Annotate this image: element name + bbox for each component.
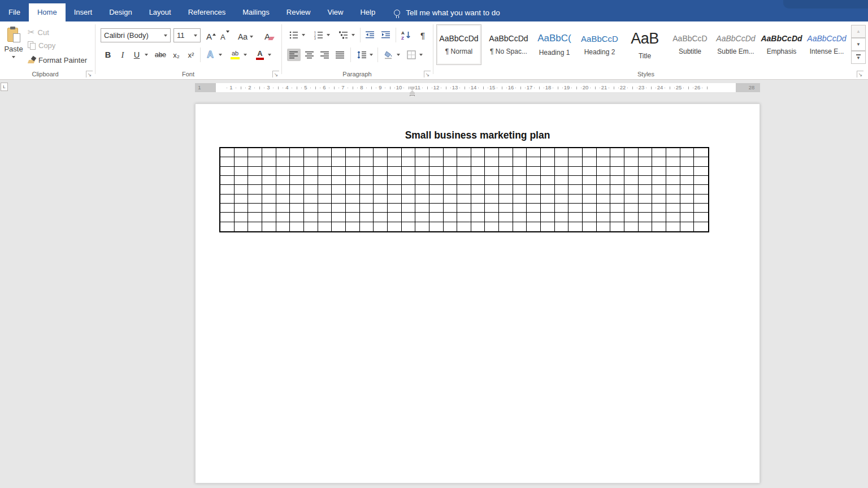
table-cell[interactable] [415, 185, 429, 194]
cut-button[interactable]: ✂ Cut [26, 26, 51, 38]
font-color-button[interactable]: A [253, 49, 267, 61]
table-cell[interactable] [666, 167, 680, 176]
decrease-indent-button[interactable] [363, 29, 377, 41]
table-cell[interactable] [471, 176, 485, 185]
table-cell[interactable] [568, 148, 583, 157]
table-cell[interactable] [429, 167, 444, 176]
table-cell[interactable] [555, 176, 569, 185]
tab-design[interactable]: Design [101, 3, 140, 21]
table-cell[interactable] [527, 157, 541, 166]
shading-dropdown[interactable] [396, 49, 401, 61]
table-cell[interactable] [415, 176, 429, 185]
format-painter-button[interactable]: Format Painter [26, 55, 89, 66]
table-cell[interactable] [318, 176, 332, 185]
table-cell[interactable] [597, 204, 611, 213]
table-cell[interactable] [262, 185, 276, 194]
table-cell[interactable] [220, 213, 235, 222]
text-highlight-button[interactable]: ab [228, 49, 242, 61]
tab-mailings[interactable]: Mailings [234, 3, 278, 21]
table-cell[interactable] [374, 222, 388, 231]
font-name-combobox[interactable]: Calibri (Body) [101, 28, 171, 42]
table-cell[interactable] [402, 167, 416, 176]
font-color-dropdown[interactable] [267, 49, 272, 61]
table-cell[interactable] [374, 204, 388, 213]
table-cell[interactable] [235, 176, 249, 185]
table-cell[interactable] [610, 167, 624, 176]
table-cell[interactable] [652, 204, 666, 213]
table-cell[interactable] [360, 167, 374, 176]
table-cell[interactable] [457, 176, 471, 185]
table-cell[interactable] [388, 185, 402, 194]
table-cell[interactable] [499, 185, 513, 194]
table-cell[interactable] [346, 148, 360, 157]
table-cell[interactable] [360, 157, 374, 166]
table-cell[interactable] [485, 213, 499, 222]
table-cell[interactable] [248, 213, 262, 222]
table-cell[interactable] [304, 185, 318, 194]
table-cell[interactable] [304, 157, 318, 166]
table-cell[interactable] [597, 167, 611, 176]
table-cell[interactable] [429, 185, 444, 194]
table-cell[interactable] [415, 222, 429, 231]
table-cell[interactable] [457, 195, 471, 204]
tab-view[interactable]: View [319, 3, 351, 21]
table-cell[interactable] [652, 157, 666, 166]
table-cell[interactable] [666, 222, 680, 231]
table-cell[interactable] [610, 195, 624, 204]
table-cell[interactable] [262, 204, 276, 213]
table-cell[interactable] [527, 176, 541, 185]
table-cell[interactable] [499, 204, 513, 213]
table-cell[interactable] [541, 213, 555, 222]
table-cell[interactable] [346, 213, 360, 222]
table-cell[interactable] [318, 148, 332, 157]
table-cell[interactable] [360, 148, 374, 157]
table-cell[interactable] [694, 167, 708, 176]
style-no-spacing[interactable]: AaBbCcDd ¶ No Spac... [486, 24, 531, 65]
table-cell[interactable] [680, 157, 695, 166]
tab-home[interactable]: Home [29, 3, 66, 21]
table-cell[interactable] [360, 176, 374, 185]
paragraph-dialog-launcher-icon[interactable]: ↘ [424, 71, 431, 77]
table-cell[interactable] [444, 213, 458, 222]
table-cell[interactable] [527, 148, 541, 157]
table-cell[interactable] [527, 213, 541, 222]
table-cell[interactable] [360, 185, 374, 194]
table-cell[interactable] [235, 157, 249, 166]
numbering-dropdown[interactable] [326, 29, 331, 41]
table-cell[interactable] [624, 222, 639, 231]
table-cell[interactable] [276, 195, 290, 204]
table-cell[interactable] [583, 176, 597, 185]
table-cell[interactable] [388, 204, 402, 213]
table-cell[interactable] [220, 204, 235, 213]
table-cell[interactable] [276, 204, 290, 213]
borders-button[interactable] [405, 49, 418, 61]
multilevel-list-dropdown[interactable] [350, 29, 356, 41]
table-cell[interactable] [610, 176, 624, 185]
style-subtitle[interactable]: AaBbCcD Subtitle [667, 24, 713, 65]
table-cell[interactable] [276, 176, 290, 185]
table-cell[interactable] [568, 222, 583, 231]
table-cell[interactable] [262, 176, 276, 185]
bullets-dropdown[interactable] [301, 29, 306, 41]
table-cell[interactable] [318, 222, 332, 231]
table-cell[interactable] [248, 167, 262, 176]
table-cell[interactable] [374, 195, 388, 204]
table-cell[interactable] [610, 213, 624, 222]
table-cell[interactable] [374, 213, 388, 222]
table-cell[interactable] [290, 222, 304, 231]
table-cell[interactable] [680, 204, 695, 213]
table-cell[interactable] [332, 148, 346, 157]
table-cell[interactable] [471, 195, 485, 204]
table-cell[interactable] [235, 148, 249, 157]
table-cell[interactable] [388, 176, 402, 185]
table-cell[interactable] [513, 204, 527, 213]
table-cell[interactable] [694, 148, 708, 157]
table-cell[interactable] [610, 204, 624, 213]
table-cell[interactable] [457, 204, 471, 213]
table-cell[interactable] [262, 195, 276, 204]
table-cell[interactable] [471, 157, 485, 166]
table-cell[interactable] [248, 157, 262, 166]
table-cell[interactable] [652, 185, 666, 194]
table-cell[interactable] [610, 222, 624, 231]
table-cell[interactable] [332, 222, 346, 231]
